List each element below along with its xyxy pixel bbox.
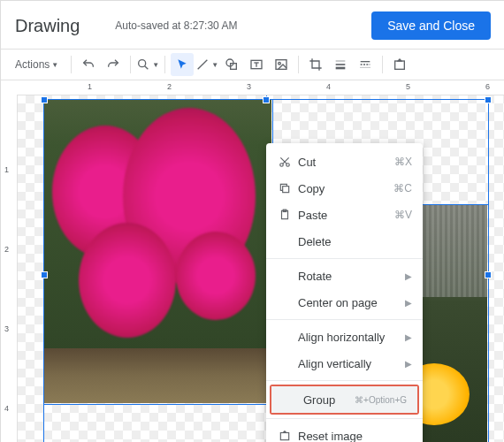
svg-rect-21 bbox=[283, 187, 289, 193]
menu-shortcut: ⌘X bbox=[394, 156, 412, 168]
svg-point-0 bbox=[139, 60, 146, 67]
line-tool-button[interactable]: ▼ bbox=[195, 53, 218, 76]
menu-item-rotate[interactable]: Rotate ▶ bbox=[266, 263, 423, 289]
menu-divider bbox=[266, 418, 423, 419]
menu-item-align-vertical[interactable]: Align vertically ▶ bbox=[266, 350, 423, 377]
redo-icon bbox=[106, 57, 120, 72]
menu-label: Group bbox=[300, 393, 355, 407]
menu-label: Center on page bbox=[294, 296, 405, 309]
select-tool-button[interactable] bbox=[171, 53, 194, 76]
shape-icon bbox=[225, 57, 239, 72]
crop-icon bbox=[309, 57, 323, 72]
ruler-tick: 3 bbox=[247, 82, 251, 91]
menu-label: Delete bbox=[294, 235, 412, 248]
chevron-down-icon: ▼ bbox=[51, 61, 58, 69]
menu-item-paste[interactable]: Paste ⌘V bbox=[266, 202, 423, 228]
textbox-tool-button[interactable] bbox=[245, 53, 268, 76]
svg-rect-8 bbox=[276, 60, 286, 70]
menu-divider bbox=[266, 319, 423, 320]
header: Drawing Auto-saved at 8:27:30 AM Save an… bbox=[1, 1, 504, 49]
menu-item-cut[interactable]: Cut ⌘X bbox=[266, 149, 423, 175]
resize-handle-ne[interactable] bbox=[485, 96, 492, 103]
copy-icon bbox=[275, 182, 294, 194]
resize-handle-w[interactable] bbox=[41, 271, 48, 278]
chevron-down-icon: ▼ bbox=[152, 61, 159, 69]
submenu-arrow-icon: ▶ bbox=[405, 359, 412, 369]
border-dash-button[interactable] bbox=[354, 53, 377, 76]
menu-item-delete[interactable]: Delete bbox=[266, 228, 423, 255]
menu-divider bbox=[266, 258, 423, 259]
ruler-tick: 3 bbox=[4, 324, 9, 333]
actions-menu-button[interactable]: Actions▼ bbox=[8, 53, 65, 76]
resize-handle-n[interactable] bbox=[263, 96, 270, 103]
menu-label: Paste bbox=[294, 209, 394, 222]
ruler-tick: 1 bbox=[88, 82, 92, 91]
separator bbox=[71, 56, 72, 73]
menu-label: Rotate bbox=[294, 270, 405, 283]
svg-rect-24 bbox=[280, 433, 288, 440]
menu-label: Copy bbox=[294, 182, 393, 195]
zoom-button[interactable]: ▼ bbox=[136, 53, 159, 76]
context-menu: Cut ⌘X Copy ⌘C Paste ⌘V Delete bbox=[266, 143, 423, 442]
submenu-arrow-icon: ▶ bbox=[405, 332, 412, 342]
menu-shortcut: ⌘C bbox=[393, 182, 412, 194]
drawing-editor: Drawing Auto-saved at 8:27:30 AM Save an… bbox=[0, 0, 504, 442]
chevron-down-icon: ▼ bbox=[211, 61, 218, 69]
separator bbox=[382, 56, 383, 73]
resize-handle-e[interactable] bbox=[485, 271, 492, 278]
ruler-tick: 4 bbox=[4, 404, 9, 413]
reset-image-icon bbox=[275, 430, 294, 442]
undo-button[interactable] bbox=[77, 53, 100, 76]
svg-point-9 bbox=[279, 62, 281, 65]
zoom-icon bbox=[136, 57, 150, 72]
cut-icon bbox=[275, 156, 294, 168]
cursor-icon bbox=[176, 58, 188, 71]
menu-item-copy[interactable]: Copy ⌘C bbox=[266, 175, 423, 202]
ruler-tick: 4 bbox=[326, 82, 331, 91]
menu-item-group[interactable]: Group ⌘+Option+G bbox=[271, 386, 417, 413]
submenu-arrow-icon: ▶ bbox=[405, 298, 412, 308]
svg-line-2 bbox=[198, 60, 208, 70]
crop-button[interactable] bbox=[304, 53, 327, 76]
app-title: Drawing bbox=[15, 16, 80, 36]
border-weight-icon bbox=[333, 57, 347, 72]
separator bbox=[130, 56, 131, 73]
menu-item-align-horizontal[interactable]: Align horizontally ▶ bbox=[266, 324, 423, 350]
textbox-icon bbox=[249, 57, 263, 72]
ruler-tick: 1 bbox=[4, 165, 9, 174]
autosave-status: Auto-saved at 8:27:30 AM bbox=[115, 19, 371, 32]
menu-shortcut: ⌘+Option+G bbox=[355, 395, 407, 405]
actions-label: Actions bbox=[15, 58, 50, 71]
menu-label: Cut bbox=[294, 156, 394, 169]
paste-icon bbox=[275, 209, 294, 221]
reset-image-button[interactable] bbox=[388, 53, 411, 76]
menu-item-center[interactable]: Center on page ▶ bbox=[266, 289, 423, 316]
menu-label: Reset image bbox=[294, 430, 412, 443]
ruler-horizontal: 1 2 3 4 5 6 bbox=[17, 80, 504, 95]
border-weight-button[interactable] bbox=[329, 53, 352, 76]
ruler-tick: 2 bbox=[4, 245, 9, 254]
save-and-close-button[interactable]: Save and Close bbox=[371, 11, 491, 40]
border-dash-icon bbox=[358, 57, 372, 72]
drawing-canvas[interactable]: Cut ⌘X Copy ⌘C Paste ⌘V Delete bbox=[17, 95, 504, 442]
ruler-vertical: 1 2 3 4 bbox=[1, 95, 18, 442]
menu-label: Align horizontally bbox=[294, 331, 405, 344]
redo-button[interactable] bbox=[102, 53, 125, 76]
svg-rect-16 bbox=[395, 61, 405, 69]
menu-label: Align vertically bbox=[294, 357, 405, 370]
resize-handle-nw[interactable] bbox=[41, 96, 48, 103]
canvas-area: 1 2 3 4 5 6 1 2 3 4 bbox=[1, 80, 504, 442]
submenu-arrow-icon: ▶ bbox=[405, 271, 412, 281]
separator bbox=[298, 56, 299, 73]
image-icon bbox=[274, 57, 288, 72]
separator bbox=[164, 56, 165, 73]
menu-shortcut: ⌘V bbox=[394, 209, 412, 221]
line-icon bbox=[195, 57, 210, 72]
image-tool-button[interactable] bbox=[270, 53, 293, 76]
reset-image-icon bbox=[393, 57, 407, 72]
ruler-tick: 6 bbox=[485, 82, 490, 91]
menu-item-reset-image[interactable]: Reset image bbox=[266, 423, 423, 442]
ruler-tick: 5 bbox=[406, 82, 410, 91]
shape-tool-button[interactable] bbox=[220, 53, 243, 76]
highlighted-item: Group ⌘+Option+G bbox=[270, 385, 419, 415]
